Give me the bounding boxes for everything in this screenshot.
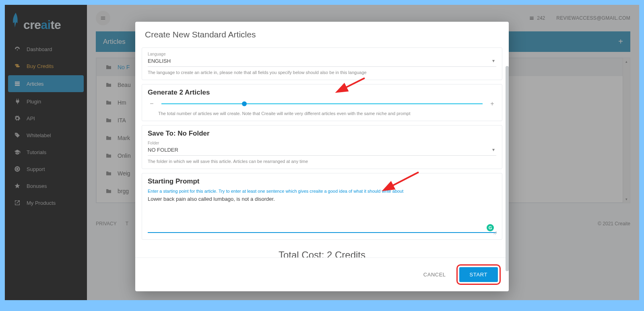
- folder-help: The folder in which we will save this ar…: [148, 159, 496, 164]
- language-label: Language: [148, 52, 496, 56]
- modal-footer: CANCEL START: [135, 257, 509, 291]
- modal-body: Language ENGLISH The language to create …: [135, 45, 509, 257]
- generate-section: Generate 2 Articles − + The total number…: [142, 84, 502, 121]
- prompt-title: Starting Prompt: [148, 177, 496, 185]
- language-help: The language to create an article in, pl…: [148, 70, 496, 75]
- generate-help: The total number of articles we will cre…: [158, 111, 496, 116]
- total-cost: Total Cost: 2 Credits: [138, 244, 506, 257]
- modal-scroll-thumb[interactable]: [506, 66, 509, 271]
- modal-overlay: Create New Standard Articles Language EN…: [5, 5, 639, 300]
- language-section: Language ENGLISH The language to create …: [142, 47, 502, 80]
- folder-label: Folder: [148, 141, 496, 145]
- start-button[interactable]: START: [459, 267, 498, 282]
- app-frame: creaite DashboardBuy CreditsArticlesPlug…: [5, 5, 639, 300]
- prompt-hint: Enter a starting point for this article.…: [148, 189, 496, 194]
- create-articles-modal: Create New Standard Articles Language EN…: [135, 22, 509, 291]
- slider-thumb[interactable]: [242, 101, 247, 106]
- slider-plus-button[interactable]: +: [488, 100, 496, 108]
- cancel-button[interactable]: CANCEL: [420, 268, 449, 282]
- article-count-slider: − +: [148, 100, 496, 108]
- start-button-highlight: START: [456, 264, 501, 285]
- resize-handle[interactable]: [493, 230, 497, 234]
- slider-track[interactable]: [161, 103, 483, 104]
- prompt-textarea[interactable]: [148, 194, 496, 233]
- language-select[interactable]: ENGLISH: [148, 56, 496, 67]
- slider-minus-button[interactable]: −: [148, 100, 156, 108]
- save-to-title: Save To: No Folder: [148, 130, 496, 138]
- modal-title: Create New Standard Articles: [135, 22, 509, 45]
- generate-title: Generate 2 Articles: [148, 89, 496, 97]
- prompt-section: Starting Prompt Enter a starting point f…: [142, 173, 502, 240]
- folder-select[interactable]: NO FOLDER: [148, 145, 496, 156]
- modal-scrollbar[interactable]: [506, 62, 509, 279]
- save-to-section: Save To: No Folder Folder NO FOLDER The …: [142, 125, 502, 169]
